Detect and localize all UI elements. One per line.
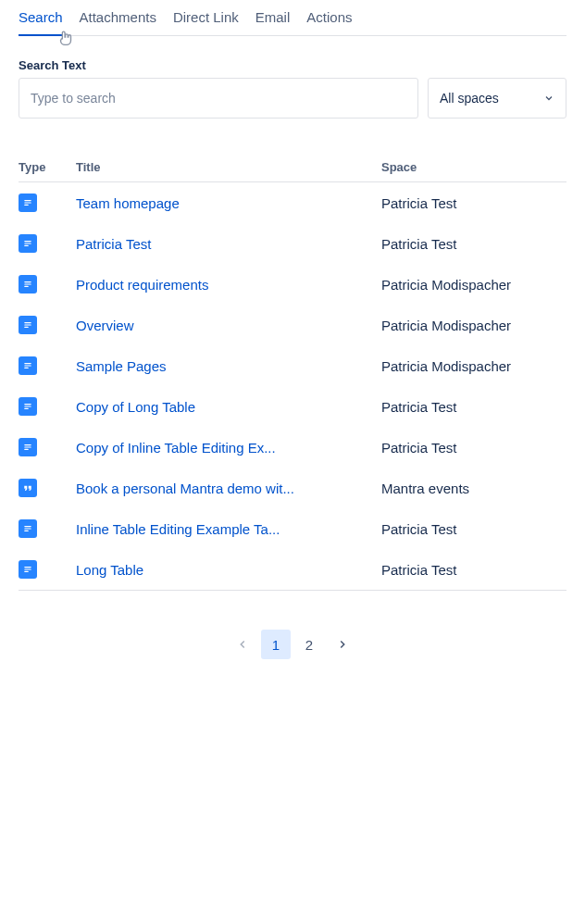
search-label: Search Text <box>19 58 566 72</box>
space-selector[interactable]: All spaces <box>428 78 566 119</box>
page-icon <box>19 560 37 579</box>
result-space: Patricia Test <box>381 195 566 211</box>
cell-type <box>19 194 76 212</box>
cell-type <box>19 479 76 497</box>
table-row: OverviewPatricia Modispacher <box>19 305 566 345</box>
svg-rect-0 <box>24 200 31 201</box>
result-space: Patricia Test <box>381 236 566 252</box>
result-space: Mantra events <box>381 481 566 496</box>
tab-direct-link[interactable]: Direct Link <box>173 0 239 35</box>
tab-bar: Search Attachments Direct Link Email Act… <box>19 0 566 36</box>
result-space: Patricia Test <box>381 399 566 415</box>
table-row: Product requirementsPatricia Modispacher <box>19 264 566 305</box>
svg-rect-16 <box>24 406 31 406</box>
result-space: Patricia Modispacher <box>381 318 566 333</box>
table-row: Patricia TestPatricia Test <box>19 223 566 264</box>
svg-rect-24 <box>24 567 31 568</box>
cell-type <box>19 275 76 293</box>
svg-rect-2 <box>24 205 29 206</box>
svg-rect-25 <box>24 568 31 569</box>
search-input[interactable] <box>19 78 418 119</box>
pagination-page-1[interactable]: 1 <box>261 630 291 659</box>
table-row: Long TablePatricia Test <box>19 549 566 590</box>
table-row: Team homepagePatricia Test <box>19 182 566 223</box>
pagination-page-2[interactable]: 2 <box>294 630 324 659</box>
tab-email[interactable]: Email <box>255 0 291 35</box>
table-row: Copy of Long TablePatricia Test <box>19 386 566 427</box>
page-icon <box>19 194 37 212</box>
result-space: Patricia Test <box>381 562 566 578</box>
svg-rect-5 <box>24 245 29 246</box>
cell-type <box>19 397 76 416</box>
svg-rect-18 <box>24 444 31 445</box>
svg-rect-1 <box>24 202 31 203</box>
table-row: Inline Table Editing Example Ta...Patric… <box>19 508 566 549</box>
svg-rect-8 <box>24 286 29 287</box>
cell-type <box>19 356 76 375</box>
page-icon <box>19 519 37 538</box>
svg-rect-20 <box>24 449 29 450</box>
cell-type <box>19 519 76 538</box>
page-icon <box>19 356 37 375</box>
result-space: Patricia Modispacher <box>381 358 566 374</box>
table-row: Book a personal Mantra demo wit...Mantra… <box>19 468 566 508</box>
pagination-prev <box>228 630 257 659</box>
page-icon <box>19 438 37 456</box>
svg-rect-9 <box>24 322 31 323</box>
svg-rect-12 <box>24 363 31 364</box>
pagination: 1 2 <box>19 630 566 659</box>
svg-rect-22 <box>24 528 31 529</box>
pagination-next[interactable] <box>328 630 357 659</box>
page-icon <box>19 275 37 293</box>
tab-attachments[interactable]: Attachments <box>80 0 156 35</box>
column-header-title: Title <box>76 160 381 174</box>
chevron-down-icon <box>543 93 554 104</box>
svg-rect-3 <box>24 241 31 242</box>
result-title-link[interactable]: Patricia Test <box>76 236 381 252</box>
table-row: Sample PagesPatricia Modispacher <box>19 345 566 386</box>
result-title-link[interactable]: Copy of Long Table <box>76 399 381 415</box>
svg-rect-23 <box>24 531 29 531</box>
table-row: Copy of Inline Table Editing Ex...Patric… <box>19 427 566 468</box>
result-title-link[interactable]: Book a personal Mantra demo wit... <box>76 481 381 496</box>
chevron-left-icon <box>236 638 249 651</box>
page-icon <box>19 397 37 416</box>
svg-rect-21 <box>24 526 31 527</box>
svg-rect-10 <box>24 324 31 325</box>
tab-search[interactable]: Search <box>19 0 63 36</box>
svg-rect-17 <box>24 408 29 409</box>
result-title-link[interactable]: Product requirements <box>76 277 381 293</box>
svg-rect-11 <box>24 327 29 328</box>
column-header-type: Type <box>19 160 76 174</box>
result-title-link[interactable]: Overview <box>76 318 381 333</box>
chevron-right-icon <box>336 638 349 651</box>
result-title-link[interactable]: Sample Pages <box>76 358 381 374</box>
cell-type <box>19 316 76 334</box>
cell-type <box>19 234 76 253</box>
result-title-link[interactable]: Long Table <box>76 562 381 578</box>
result-space: Patricia Test <box>381 440 566 456</box>
result-title-link[interactable]: Inline Table Editing Example Ta... <box>76 521 381 537</box>
quote-icon <box>19 479 37 497</box>
svg-rect-7 <box>24 283 31 284</box>
result-title-link[interactable]: Copy of Inline Table Editing Ex... <box>76 440 381 456</box>
result-title-link[interactable]: Team homepage <box>76 195 381 211</box>
search-section: Search Text All spaces <box>19 58 566 119</box>
page-icon <box>19 234 37 253</box>
page-icon <box>19 316 37 334</box>
result-space: Patricia Modispacher <box>381 277 566 293</box>
cell-type <box>19 438 76 456</box>
tab-actions[interactable]: Actions <box>306 0 352 35</box>
results-table: Type Title Space Team homepagePatricia T… <box>19 160 566 591</box>
svg-rect-6 <box>24 281 31 282</box>
space-selector-value: All spaces <box>440 91 499 106</box>
svg-rect-4 <box>24 243 31 243</box>
svg-rect-26 <box>24 571 29 572</box>
result-space: Patricia Test <box>381 521 566 537</box>
svg-rect-13 <box>24 365 31 366</box>
svg-rect-15 <box>24 404 31 405</box>
column-header-space: Space <box>381 160 566 174</box>
svg-rect-14 <box>24 368 29 368</box>
cell-type <box>19 560 76 579</box>
table-header: Type Title Space <box>19 160 566 182</box>
